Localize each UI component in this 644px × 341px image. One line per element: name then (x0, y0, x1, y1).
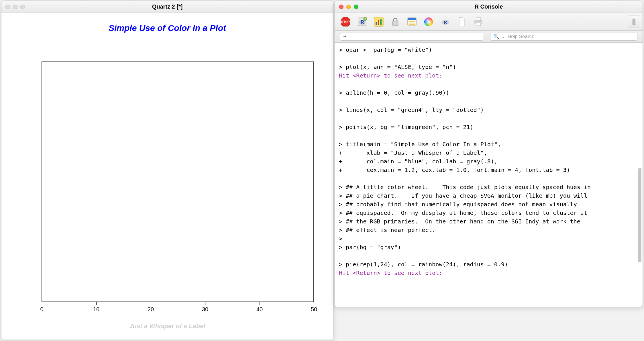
svg-rect-10 (392, 21, 398, 26)
plot-frame: 01020304050 (42, 62, 314, 302)
console-line: > ## probably find that numerically equi… (339, 200, 639, 209)
svg-rect-8 (378, 20, 379, 25)
stop-button[interactable]: STOP (338, 15, 353, 28)
console-line: + xlab = "Just a Whisper of a Label", (339, 148, 639, 157)
plot-area: 01020304050 (21, 44, 319, 313)
help-search-placeholder: Help Search (508, 34, 535, 39)
barchart-icon[interactable] (372, 15, 386, 28)
console-line: > pie(rep(1,24), col = rainbow(24), radi… (339, 260, 639, 269)
console-line (339, 114, 639, 123)
console-line: + cex.main = 1.2, cex.lab = 1.0, font.ma… (339, 166, 639, 174)
svg-rect-21 (476, 23, 481, 26)
svg-rect-15 (409, 24, 415, 25)
x-tick (314, 302, 314, 305)
minimize-icon[interactable] (13, 5, 17, 9)
console-line (339, 80, 639, 88)
console-line (339, 174, 639, 183)
x-tick-label: 50 (310, 306, 318, 313)
console-line (339, 97, 639, 106)
console-line: Hit <Return> to see next plot: (339, 269, 639, 277)
svg-text:R: R (361, 20, 364, 25)
svg-point-16 (424, 17, 433, 26)
console-line: Hit <Return> to see next plot: (339, 71, 639, 80)
rconsole-window: R Console STOP R (335, 1, 643, 307)
x-tick-label: 30 (201, 306, 209, 313)
console-line: > points(x, bg = "limegreen", pch = 21) (339, 123, 639, 131)
plot-xlabel: Just a Whisper of a Label (1, 322, 333, 330)
rconsole-window-title: R Console (335, 3, 643, 10)
x-tick-label: 20 (146, 306, 155, 313)
search-dropdown-icon[interactable]: ⌄ (501, 33, 505, 39)
x-tick (151, 302, 151, 305)
console-line: > abline(h = 0, col = gray(.90)) (339, 88, 639, 97)
lock-icon[interactable] (388, 15, 403, 28)
text-cursor (446, 270, 446, 277)
console-line: > ## effect is near perfect. (339, 226, 639, 234)
working-directory-value: ~ (343, 34, 346, 39)
page-icon[interactable] (455, 15, 469, 28)
close-icon[interactable] (5, 5, 10, 9)
svg-rect-7 (376, 22, 377, 25)
quartz-window: Quartz 2 [*] Simple Use of Color In a Pl… (1, 1, 333, 340)
svg-text:R: R (444, 20, 447, 25)
close-icon[interactable] (339, 5, 343, 9)
svg-rect-9 (380, 19, 382, 25)
list-icon[interactable] (405, 15, 419, 28)
x-tick (42, 302, 42, 305)
plot-title: Simple Use of Color In a Plot (1, 23, 333, 33)
svg-rect-12 (408, 18, 416, 20)
minimize-icon[interactable] (346, 5, 351, 9)
console-line (339, 54, 639, 63)
plot-canvas: Simple Use of Color In a Plot 0102030405… (1, 13, 333, 340)
console-line: > lines(x, col = "green4", lty = "dotted… (339, 106, 639, 114)
console-line: > opar <- par(bg = "white") (339, 45, 639, 54)
console-output[interactable]: > opar <- par(bg = "white") > plot(x, an… (335, 43, 643, 307)
colorwheel-icon[interactable] (421, 15, 436, 28)
console-line (339, 251, 639, 260)
x-tick-label: 40 (255, 306, 264, 313)
svg-text:STOP: STOP (341, 20, 350, 23)
working-directory-field[interactable]: ~ (340, 33, 483, 41)
console-line: > (339, 234, 639, 243)
printer-icon[interactable] (471, 15, 486, 28)
r-source-icon[interactable]: R (355, 15, 369, 28)
console-line (339, 131, 639, 140)
console-line: > ## A little color wheel. This code jus… (339, 183, 639, 191)
console-line: > title(main = "Simple Use of Color In a… (339, 140, 639, 148)
search-icon: 🔍 (493, 34, 499, 39)
x-tick (205, 302, 205, 305)
svg-rect-14 (409, 23, 415, 23)
rconsole-pathbar: ~ 🔍 ⌄ Help Search (335, 31, 643, 43)
x-tick (96, 302, 97, 305)
console-scrollbar[interactable] (637, 43, 642, 306)
rconsole-toolbar: STOP R (335, 13, 643, 31)
x-tick (260, 302, 260, 305)
help-search-field[interactable]: 🔍 ⌄ Help Search (490, 33, 637, 41)
x-tick-label: 0 (38, 306, 46, 313)
console-line: > par(bg = "gray") (339, 243, 639, 251)
console-line: > ## equispaced. On my display at home, … (339, 209, 639, 217)
rconsole-titlebar[interactable]: R Console (335, 1, 643, 13)
zoom-icon[interactable] (354, 5, 358, 9)
sidebar-toggle-icon[interactable] (629, 15, 639, 28)
quartz-window-title: Quartz 2 [*] (1, 3, 333, 10)
scrollbar-thumb[interactable] (638, 168, 641, 262)
console-line: > ## the RGB primaries. On the other han… (339, 217, 639, 226)
r-config-icon[interactable]: R (438, 15, 452, 28)
abline-zero (42, 165, 313, 165)
console-line: > ## a pie chart. If you have a cheap SV… (339, 191, 639, 200)
console-line: > plot(x, ann = FALSE, type = "n") (339, 63, 639, 71)
svg-rect-13 (409, 21, 415, 22)
svg-rect-20 (476, 18, 481, 21)
quartz-titlebar[interactable]: Quartz 2 [*] (1, 1, 333, 13)
zoom-icon[interactable] (20, 5, 25, 9)
x-tick-label: 10 (92, 306, 101, 313)
console-line: + col.main = "blue", col.lab = gray(.8), (339, 157, 639, 166)
